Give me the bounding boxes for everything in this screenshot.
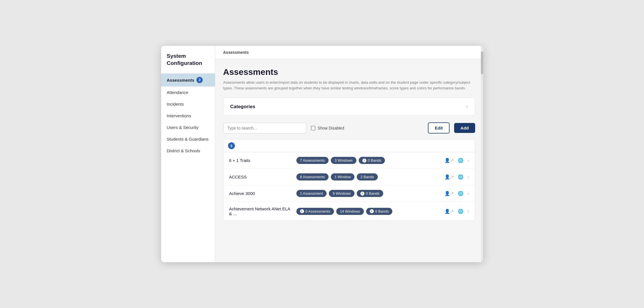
categories-label: Categories [230, 104, 255, 110]
tag-windows: 3 Windows [331, 157, 356, 164]
sidebar-title: System Configuration [161, 53, 215, 73]
edit-button[interactable]: Edit [428, 122, 450, 134]
scrollbar-track[interactable] [481, 46, 483, 262]
info-icon: i [362, 159, 366, 163]
info-icon: i [360, 192, 364, 196]
sidebar-item-label-attendance: Attendance [167, 90, 188, 95]
row-chevron-icon[interactable]: › [467, 174, 469, 180]
sidebar-item-users-security[interactable]: Users & Security [161, 122, 215, 133]
app-window: System Configuration Assessments 2 Atten… [161, 46, 483, 262]
show-disabled-label: Show Disabled [318, 126, 344, 130]
sidebar-item-label-district-schools: District & Schools [167, 148, 200, 153]
search-input[interactable] [223, 123, 306, 134]
show-disabled-checkbox[interactable] [311, 126, 315, 130]
sidebar-item-attendance[interactable]: Attendance [161, 87, 215, 98]
toolbar-row: Show Disabled Edit Add [223, 122, 475, 134]
assessment-list: 3 6 + 1 Traits 7 Assessments 3 Windows i… [223, 139, 475, 221]
assessment-name: ACCESS [229, 174, 292, 179]
add-button[interactable]: Add [454, 123, 475, 133]
tags-container: 8 Assessments 1 Window 2 Bands [296, 173, 440, 180]
sidebar-item-assessments[interactable]: Assessments 2 [161, 73, 215, 87]
sidebar-item-district-schools[interactable]: District & Schools [161, 145, 215, 157]
assign-user-icon[interactable]: 👤↗ [444, 209, 454, 214]
assessment-name: Achievement Network ANet ELA & ... [229, 206, 292, 216]
table-row[interactable]: 6 + 1 Traits 7 Assessments 3 Windows i 0… [223, 152, 475, 169]
tag-windows: 1 Window [331, 173, 354, 180]
assessment-name: Achieve 3000 [229, 191, 292, 196]
info-icon: i [300, 209, 304, 213]
globe-icon[interactable]: 🌐 [458, 158, 463, 163]
tag-assessments: 1 Assessment [296, 190, 327, 197]
categories-card[interactable]: Categories › [223, 98, 475, 116]
assign-user-icon[interactable]: 👤↗ [444, 191, 454, 196]
sidebar-item-label-assessments: Assessments [167, 78, 194, 83]
tags-container: 1 Assessment 9 Windows i 0 Bands [296, 190, 440, 197]
main-header: Assessments [215, 46, 483, 59]
tag-bands: 2 Bands [357, 173, 378, 180]
sidebar-badge-assessments: 2 [196, 77, 203, 83]
sidebar: System Configuration Assessments 2 Atten… [161, 46, 215, 262]
sidebar-item-label-incidents: Incidents [167, 102, 184, 106]
table-row[interactable]: ACCESS 8 Assessments 1 Window 2 Bands 👤↗… [223, 169, 475, 185]
assign-user-icon[interactable]: 👤↗ [444, 174, 454, 180]
assessment-name: 6 + 1 Traits [229, 158, 292, 163]
row-chevron-icon[interactable]: › [467, 158, 469, 163]
show-disabled-container[interactable]: Show Disabled [311, 126, 344, 130]
tag-assessments: i 0 Assessments [296, 208, 334, 215]
row-chevron-icon[interactable]: › [467, 191, 469, 196]
breadcrumb: Assessments [223, 50, 249, 55]
tag-bands: i 0 Bands [359, 157, 385, 164]
tags-container: i 0 Assessments 14 Windows i 0 Bands [296, 208, 440, 215]
categories-chevron-icon: › [466, 104, 468, 110]
globe-icon-disabled: 🌐 [458, 209, 463, 214]
assign-user-icon[interactable]: 👤↗ [444, 158, 454, 163]
tag-assessments: 7 Assessments [296, 157, 329, 164]
sidebar-item-incidents[interactable]: Incidents [161, 98, 215, 110]
tag-assessments: 8 Assessments [296, 173, 329, 180]
tag-bands: i 0 Bands [366, 208, 393, 215]
row-actions: 👤↗ 🌐 › [444, 191, 469, 196]
list-count-badge: 3 [228, 142, 235, 149]
sidebar-item-label-users-security: Users & Security [167, 125, 199, 130]
page-title: Assessments [223, 67, 475, 77]
main-content: Assessments Assessments allow users to e… [215, 59, 483, 262]
tags-container: 7 Assessments 3 Windows i 0 Bands [296, 157, 440, 164]
main-panel: Assessments Assessments Assessments allo… [215, 46, 483, 262]
row-actions: 👤↗ 🌐 › [444, 158, 469, 163]
scrollbar-thumb[interactable] [481, 52, 483, 74]
table-row[interactable]: Achieve 3000 1 Assessment 9 Windows i 0 … [223, 185, 475, 202]
row-actions: 👤↗ 🌐 › [444, 174, 469, 180]
row-chevron-icon[interactable]: › [467, 209, 469, 214]
table-row[interactable]: Achievement Network ANet ELA & ... i 0 A… [223, 202, 475, 221]
row-actions: 👤↗ 🌐 › [444, 209, 469, 214]
page-description: Assessments allow users to enter/import … [223, 80, 475, 91]
info-icon: i [370, 209, 374, 213]
sidebar-item-label-interventions: Interventions [167, 113, 191, 118]
list-header: 3 [223, 139, 475, 152]
sidebar-item-label-students-guardians: Students & Guardians [167, 137, 209, 141]
tag-windows: 9 Windows [329, 190, 354, 197]
sidebar-item-interventions[interactable]: Interventions [161, 110, 215, 122]
tag-windows: 14 Windows [336, 208, 364, 215]
globe-icon-disabled: 🌐 [458, 191, 463, 196]
globe-icon[interactable]: 🌐 [458, 174, 463, 180]
tag-bands: i 0 Bands [357, 190, 383, 197]
sidebar-item-students-guardians[interactable]: Students & Guardians [161, 133, 215, 145]
